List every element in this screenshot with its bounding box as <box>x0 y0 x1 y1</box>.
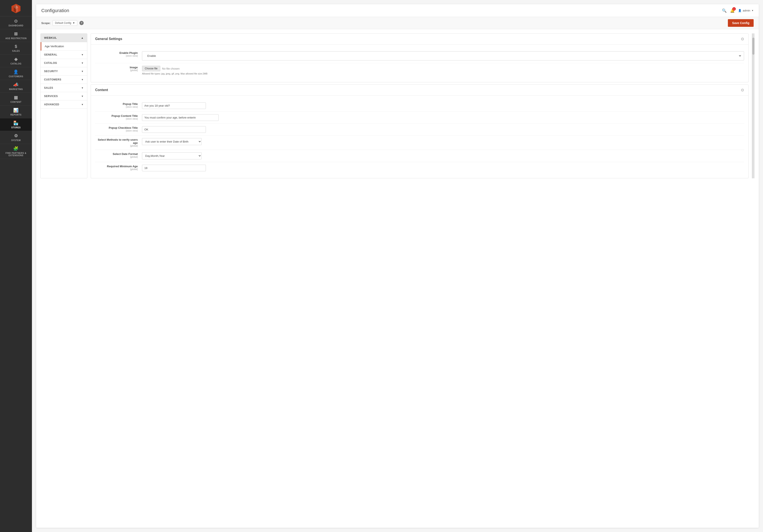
accordion-advanced[interactable]: ADVANCED ▼ <box>41 100 87 109</box>
admin-label: admin <box>743 9 750 12</box>
sidebar-item-customers[interactable]: 👤 CUSTOMERS <box>0 67 32 80</box>
choose-file-button[interactable]: Choose file <box>142 66 160 71</box>
popup-content-title-input[interactable] <box>142 114 219 121</box>
age-verification-item[interactable]: Age Verification <box>41 42 87 51</box>
enable-plugin-select[interactable]: Enable Disable <box>144 53 742 59</box>
topbar: Configuration 🔍 🔔 1 👤 admin ▼ <box>36 4 759 17</box>
select-date-format-select[interactable]: Day,Month,Year Month,Day,Year Year,Month… <box>142 152 202 159</box>
sidebar-item-content[interactable]: ▦ CONTENT <box>0 93 32 106</box>
sidebar-item-find-partners[interactable]: 🧩 FIND PARTNERS & EXTENSIONS <box>0 144 32 159</box>
age-restriction-icon: ⊠ <box>14 31 18 37</box>
accordion-security[interactable]: SECURITY ▼ <box>41 67 87 75</box>
select-methods-sublabel: [global] <box>95 144 138 147</box>
required-min-age-input[interactable] <box>142 165 206 171</box>
sidebar-item-dashboard[interactable]: ⊙ DASHBOARD <box>0 16 32 29</box>
left-panel-title: WEBKUL <box>44 36 57 40</box>
accordion-label: ADVANCED <box>44 103 59 106</box>
accordion-label: SERVICES <box>44 95 58 98</box>
popup-content-title-sublabel: [store view] <box>95 118 138 120</box>
customers-icon: 👤 <box>13 69 19 74</box>
page-title: Configuration <box>41 8 69 13</box>
sidebar-item-label: MARKETING <box>9 88 23 90</box>
accordion-customers[interactable]: CUSTOMERS ▼ <box>41 75 87 84</box>
select-methods-select[interactable]: Ask user to enter their Date of Birth As… <box>142 138 202 145</box>
content-settings-title: Content <box>95 88 108 92</box>
popup-checkbox-title-sublabel: [store view] <box>95 130 138 132</box>
popup-title-sublabel: [store view] <box>95 106 138 108</box>
accordion-general[interactable]: GENERAL ▼ <box>41 51 87 59</box>
accordion-arrow-icon: ▼ <box>81 95 84 97</box>
dashboard-icon: ⊙ <box>14 19 18 24</box>
scope-bar: Scope: Default Config ▼ ? Save Config <box>36 17 759 29</box>
left-panel-header[interactable]: WEBKUL ▲ <box>41 34 87 42</box>
age-verification-label: Age Verification <box>45 45 64 48</box>
logo <box>0 0 32 16</box>
required-min-age-label: Required Minimum Age <box>95 165 138 168</box>
sidebar-item-stores[interactable]: 🏪 STORES <box>0 118 32 131</box>
sidebar: ⊙ DASHBOARD ⊠ AGE RESTRICTION $ SALES ◈ … <box>0 0 32 532</box>
popup-title-row: Popup Title [store view] <box>95 100 744 112</box>
admin-menu-button[interactable]: 👤 admin ▼ <box>738 9 754 12</box>
stores-icon: 🏪 <box>13 121 19 126</box>
enable-plugin-select-wrapper: Enable Disable <box>142 51 744 60</box>
accordion-label: CUSTOMERS <box>44 78 61 81</box>
popup-content-title-label: Popup Content Title <box>95 114 138 118</box>
left-panel-collapse-icon: ▲ <box>81 37 84 40</box>
search-icon[interactable]: 🔍 <box>722 8 726 13</box>
sidebar-item-age-restriction[interactable]: ⊠ AGE RESTRICTION <box>0 29 32 42</box>
content-settings-collapse-button[interactable]: ⊙ <box>741 88 744 92</box>
scroll-thumb <box>752 38 754 55</box>
no-file-text: No file chosen <box>162 67 179 70</box>
accordion-sales[interactable]: SALES ▼ <box>41 84 87 92</box>
notification-button[interactable]: 🔔 1 <box>730 8 735 13</box>
accordion-label: SALES <box>44 86 53 89</box>
catalog-icon: ◈ <box>14 56 18 62</box>
notification-badge: 1 <box>732 7 736 11</box>
popup-checkbox-title-input[interactable] <box>142 126 206 133</box>
sidebar-item-label: FIND PARTNERS & EXTENSIONS <box>1 152 31 157</box>
select-date-format-label: Select Date Format <box>95 152 138 155</box>
select-methods-row: Select Methods to verify users age [glob… <box>95 135 744 150</box>
select-methods-label: Select Methods to verify users age <box>95 138 138 144</box>
accordion-arrow-icon: ▼ <box>81 70 84 73</box>
general-settings-collapse-button[interactable]: ⊙ <box>741 37 744 41</box>
admin-user-icon: 👤 <box>738 9 741 12</box>
file-hint: Allowed file types: jpg, jpeg, gif, png.… <box>142 72 744 75</box>
sidebar-item-label: DASHBOARD <box>9 25 23 27</box>
sidebar-item-marketing[interactable]: 📣 MARKETING <box>0 80 32 93</box>
scope-select[interactable]: Default Config ▼ <box>53 20 77 26</box>
scope-label: Scope: <box>41 22 51 25</box>
accordion-arrow-icon: ▼ <box>81 103 84 106</box>
general-settings-body: Enable Plugin [store view] Enable Disabl… <box>91 44 748 82</box>
general-settings-section: General Settings ⊙ Enable Plugin [store … <box>91 34 748 82</box>
sidebar-item-label: STORES <box>11 127 21 129</box>
accordion-label: SECURITY <box>44 70 58 73</box>
system-icon: ⚙ <box>14 133 18 138</box>
save-config-button[interactable]: Save Config <box>728 19 754 27</box>
sidebar-item-system[interactable]: ⚙ SYSTEM <box>0 131 32 144</box>
left-panel: WEBKUL ▲ Age Verification GENERAL ▼ CATA… <box>41 34 87 178</box>
enable-plugin-label: Enable Plugin <box>95 51 138 54</box>
popup-title-input[interactable] <box>142 102 206 109</box>
scope-help-button[interactable]: ? <box>79 21 84 25</box>
help-icon: ? <box>81 22 82 24</box>
accordion-arrow-icon: ▼ <box>81 87 84 89</box>
accordion-catalog[interactable]: CATALOG ▼ <box>41 59 87 67</box>
scope-dropdown-icon: ▼ <box>72 22 75 25</box>
select-date-format-row: Select Date Format [global] Day,Month,Ye… <box>95 150 744 162</box>
image-label: Image <box>95 66 138 69</box>
sidebar-item-reports[interactable]: 📊 REPORTS <box>0 106 32 118</box>
sidebar-item-catalog[interactable]: ◈ CATALOG <box>0 54 32 67</box>
content-settings-body: Popup Title [store view] Popup C <box>91 96 748 178</box>
scrollbar[interactable] <box>752 34 754 178</box>
select-date-format-sublabel: [global] <box>95 155 138 158</box>
sidebar-item-label: REPORTS <box>10 114 22 116</box>
marketing-icon: 📣 <box>13 82 19 87</box>
enable-plugin-row: Enable Plugin [store view] Enable Disabl… <box>95 49 744 63</box>
right-panel: General Settings ⊙ Enable Plugin [store … <box>91 34 748 178</box>
accordion-services[interactable]: SERVICES ▼ <box>41 92 87 100</box>
sidebar-item-sales[interactable]: $ SALES <box>0 42 32 54</box>
popup-title-label: Popup Title <box>95 102 138 106</box>
reports-icon: 📊 <box>13 108 19 113</box>
sidebar-item-label: CUSTOMERS <box>9 75 23 78</box>
